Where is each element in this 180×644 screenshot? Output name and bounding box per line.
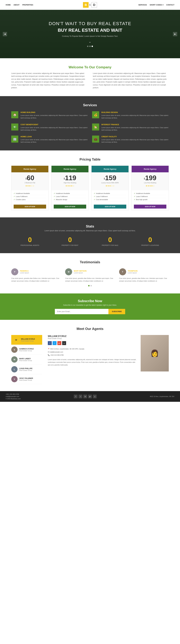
subscribe-email-input[interactable] (55, 309, 108, 314)
subscribe-desc: Subscribe to our newsletter to get the l… (11, 304, 169, 306)
nav-about[interactable]: ABOUT (14, 4, 20, 6)
agent-company-sanrick: Real Estate Group (19, 350, 34, 352)
pricing-feature-1-0: ✓Installment Available (14, 192, 46, 195)
agent-avatar-william: W (13, 337, 19, 343)
footer-facebook-btn[interactable]: f (74, 394, 78, 398)
pricing-btn-4[interactable]: Sign Up Now (134, 204, 166, 208)
pricing-header-2: Rental Agency (52, 166, 88, 172)
stats-title: Stats (11, 224, 169, 228)
social-other-btn[interactable]: y (62, 341, 66, 345)
pricing-card-2: Rental Agency $119 High Rise Building ★★… (51, 166, 89, 210)
service-credit-facility: 💼 CREDIT FACILITY Lorem ipsum dolor sit … (92, 136, 169, 144)
hero-dot-3[interactable] (92, 46, 93, 47)
stat-rent: 0 PROPERTY FOR RENT (51, 236, 89, 246)
agent-avatar-vicky: V (11, 376, 18, 382)
footer-right: 4615 10 Ave, Lloydminister, SK 33V (150, 396, 174, 397)
nav-home[interactable]: HOME (6, 4, 11, 6)
pricing-feature-4-1: ✓Loans Fulfillment (134, 195, 166, 198)
pricing-btn-3[interactable]: Sign Up Now (94, 204, 126, 208)
welcome-section: Welcome To Our Company Lorem ipsum dolor… (0, 58, 180, 96)
pricing-feature-2-2: ✓Attractive design (54, 198, 86, 201)
pricing-stars-4: ★★★★☆ (134, 185, 166, 187)
nav-properties[interactable]: PROPERTIES (22, 4, 33, 6)
footer-youtube-btn[interactable]: y (93, 394, 97, 398)
footer: +001 233 455 6789 mail@example.com © 201… (0, 391, 180, 402)
hero-dot-2[interactable] (89, 46, 91, 47)
social-facebook-btn[interactable]: f (48, 341, 52, 345)
stats-section: Stats Lorem ipsum dolor sit amet, consec… (0, 218, 180, 253)
agents-list: W WILLIAM D'CRUZ Real Estate Group S SAN… (11, 335, 42, 384)
footer-twitter-btn[interactable]: t (79, 394, 82, 398)
stat-sale: 0 PROPERTY FOR SALE (91, 236, 129, 246)
testimonials-title: Testimonials (11, 260, 169, 264)
pricing-section: Pricing Table Rental Agency $60 2 Bedroo… (0, 150, 180, 218)
logo-d: D (91, 2, 97, 8)
hero-line2: BUY REAL ESTATE AND WAIT (49, 28, 131, 33)
logo-b: B (83, 2, 89, 8)
pricing-header-1: Rental Agency (11, 166, 48, 172)
pricing-grid: Rental Agency $60 2 Bedroom Flat ★★★☆☆ ✓… (11, 166, 169, 210)
agent-name-vicky: VICKY PALMNER (19, 377, 33, 379)
home-building-icon: 🏠 (11, 111, 18, 118)
testimonial-text-2: Cras tortor ipsum, gravida vitae finibus… (65, 277, 115, 282)
pricing-btn-2[interactable]: Sign Up Now (54, 204, 86, 208)
service-home-loan-desc: Lorem ipsum dolor sit amet, consectetur … (21, 138, 88, 144)
service-home-building: 🏠 HOME BUILDING Lorem ipsum dolor sit am… (11, 111, 88, 119)
pricing-price-1: $60 2 Bedroom Flat ★★★☆☆ (11, 172, 48, 190)
nav-left: HOME ABOUT PROPERTIES (6, 4, 33, 6)
agents-section: Meet Our Agents W WILLIAM D'CRUZ Real Es… (0, 320, 180, 391)
footer-address: 4615 10 Ave, Lloydminister, SK 33V (150, 396, 174, 397)
agent-detail-name: WILLIAM D'CRUZ (48, 335, 138, 338)
social-googleplus-btn[interactable]: g+ (57, 341, 61, 345)
service-building-design-title: BUILDING DESIGN (101, 111, 169, 114)
agent-list-item-vicky[interactable]: V VICKY PALMNER Real Estate Group (11, 374, 42, 384)
agent-list-item-mary[interactable]: M MARY LINDEY Real Estate Group (11, 355, 42, 364)
footer-phone: +001 233 455 6789 (6, 393, 21, 395)
service-credit-facility-title: CREDIT FACILITY (101, 136, 169, 138)
footer-left: +001 233 455 6789 mail@example.com © 201… (6, 393, 21, 400)
agent-list-item-sanrick[interactable]: S SANRICK D'CRUZ Real Estate Group (11, 345, 42, 355)
services-section: Services 🏠 HOME BUILDING Lorem ipsum dol… (0, 96, 180, 150)
hero-dot-1[interactable] (87, 46, 88, 47)
pricing-feature-3-0: ✓Installment Available (94, 192, 126, 195)
pricing-feature-3-2: ✓Cost demandable (94, 198, 126, 201)
hero-subtitle: Contrary To Popular Belief, Lorem Ipsum … (49, 35, 131, 37)
agents-layout: W WILLIAM D'CRUZ Real Estate Group S SAN… (11, 335, 169, 384)
agent-list-item-louis[interactable]: L LOUIS PHILLIPE Real Estate Group (11, 364, 42, 374)
testimonial-role-2: Lorem Ipsum (74, 272, 86, 274)
pricing-feature-2-0: ✓Installment Available (54, 192, 86, 195)
cost-beneficient-icon: 💵 (11, 124, 18, 130)
hero-dots (49, 46, 131, 47)
nav-logo: B & D (83, 2, 97, 8)
pricing-header-3: Rental Agency (92, 166, 128, 172)
welcome-title: Welcome To Our Company (11, 65, 169, 69)
nav-contact[interactable]: CONTACT (166, 4, 174, 6)
testimonial-dot-2[interactable] (90, 285, 92, 286)
hero-prev-arrow[interactable]: ◀ (3, 32, 7, 36)
service-home-loan: 🏢 HOME LOAN Lorem ipsum dolor sit amet, … (11, 136, 88, 144)
footer-linkedin-btn[interactable]: in (83, 394, 87, 398)
pricing-feature-3-1: ✓Loans Fulfillment (94, 195, 126, 198)
stats-grid: 0 PROFESSIONAL AGENTS 0 PROPERTY FOR REN… (11, 236, 169, 246)
hero-line1: DON'T WAIT TO BUY REAL ESTATE (49, 21, 131, 26)
navbar: HOME ABOUT PROPERTIES B & D SERVICES SHO… (0, 0, 180, 10)
social-twitter-btn[interactable]: t (53, 341, 57, 345)
pricing-card-1: Rental Agency $60 2 Bedroom Flat ★★★☆☆ ✓… (11, 166, 49, 210)
agent-email: ✉ mail@example.com (48, 350, 138, 354)
testimonial-1: F FEDERICA Lorem Ipsum Cras tortor ipsum… (11, 268, 61, 282)
testimonial-dot-1[interactable] (88, 285, 90, 286)
service-cost-beneficient-desc: Lorem ipsum dolor sit amet, consectetur … (21, 126, 88, 131)
agent-address: 📍 4615 10 Ave, Lloydminister, SK 33V 0P4… (48, 347, 138, 350)
footer-social: f t in g+ y (74, 394, 97, 398)
nav-shortcodes[interactable]: SHORT CODES ▾ (150, 4, 163, 6)
pricing-btn-1[interactable]: Sign Up Now (14, 204, 46, 208)
stat-agents-number: 0 (11, 236, 49, 244)
subscribe-button[interactable]: SUBSCRIBE (108, 309, 125, 314)
nav-services[interactable]: SERVICES (138, 4, 147, 6)
testimonial-text-1: Cras tortor ipsum, gravida vitae finibus… (11, 277, 61, 282)
agent-social: f t g+ y (48, 341, 138, 345)
footer-googleplus-btn[interactable]: g+ (88, 394, 92, 398)
dollar-sign-4: $ (144, 178, 145, 180)
hero-next-arrow[interactable]: ▶ (173, 32, 177, 36)
agent-list-item-william[interactable]: W WILLIAM D'CRUZ Real Estate Group (11, 335, 42, 345)
